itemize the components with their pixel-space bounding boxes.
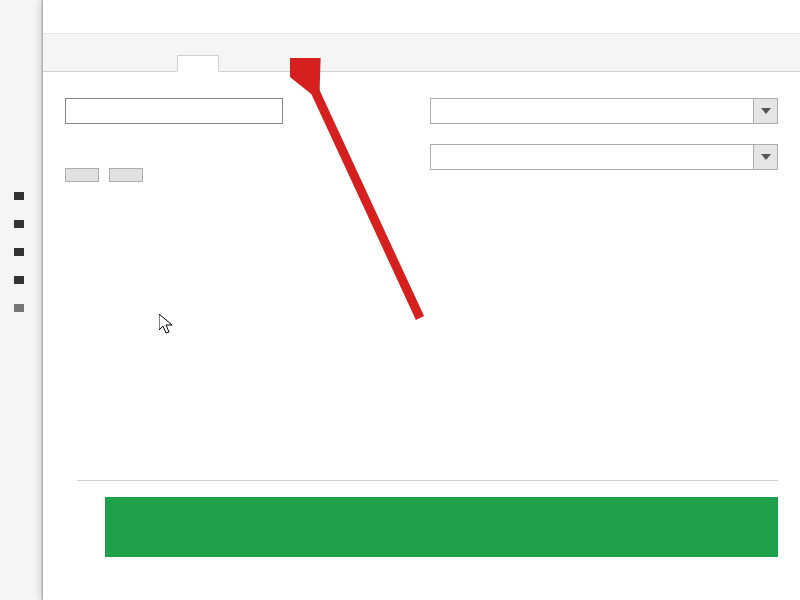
bg-marker xyxy=(14,276,24,284)
titlebar xyxy=(43,0,800,34)
pattern-color-select[interactable] xyxy=(430,98,778,124)
pattern-style-select[interactable] xyxy=(430,144,778,170)
tab-number[interactable] xyxy=(57,56,97,71)
background-app-strip xyxy=(0,0,42,600)
tab-border[interactable] xyxy=(137,56,177,71)
chevron-down-icon xyxy=(754,98,778,124)
more-colors-button[interactable] xyxy=(109,168,143,182)
close-button[interactable] xyxy=(754,0,800,34)
dialog-body xyxy=(43,72,800,208)
right-column xyxy=(430,90,778,190)
sample-section xyxy=(65,500,778,557)
bg-marker xyxy=(14,248,24,256)
bg-marker xyxy=(14,192,24,200)
format-cells-dialog xyxy=(42,0,800,600)
left-column xyxy=(65,90,310,190)
pattern-color-value xyxy=(430,98,754,124)
tab-fill[interactable] xyxy=(177,55,219,72)
fill-effects-button[interactable] xyxy=(65,168,99,182)
button-row xyxy=(65,168,310,182)
bg-marker xyxy=(14,220,24,228)
tab-strip xyxy=(43,34,800,72)
help-button[interactable] xyxy=(708,0,754,34)
sample-preview xyxy=(105,497,778,557)
no-color-button[interactable] xyxy=(65,98,283,124)
pattern-style-value xyxy=(430,144,754,170)
chevron-down-icon xyxy=(754,144,778,170)
bg-marker xyxy=(14,304,24,312)
tab-font[interactable] xyxy=(97,56,137,71)
